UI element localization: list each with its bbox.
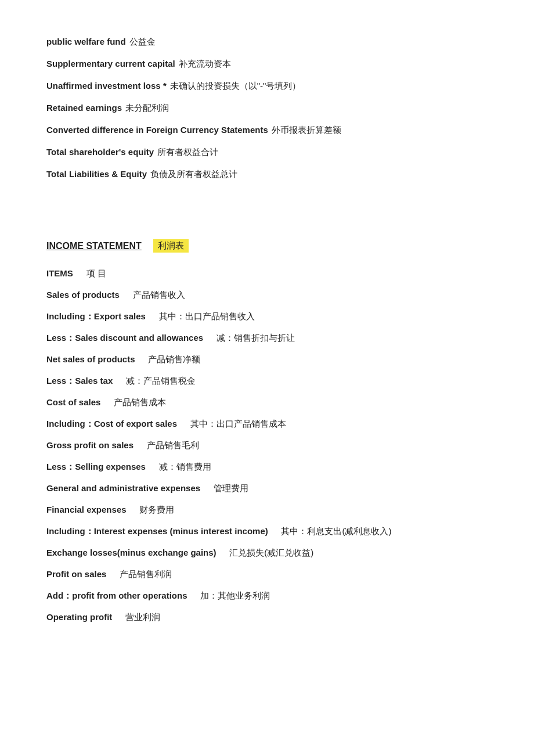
top-line-item: public welfare fund公益金 [46,35,488,49]
line-en: Retained earnings [46,103,122,113]
income-line-item: Exchange losses(minus exchange gains) 汇兑… [46,546,488,560]
line-en: Supplermentary current capital [46,59,175,69]
line-zh: 财务费用 [130,505,175,514]
line-en: General and administrative expenses [46,483,200,493]
line-zh: 产品销售收入 [123,290,185,300]
line-en: Converted difference in Foreign Currency… [46,125,268,135]
income-line-item: Sales of products 产品销售收入 [46,288,488,302]
income-line-item: ITEMS 项 目 [46,267,488,280]
line-en: Cost of sales [46,397,100,407]
line-zh: 产品销售利润 [110,569,172,579]
line-en: Including：Cost of export sales [46,419,177,429]
line-zh: 汇兑损失(减汇兑收益) [220,548,314,557]
line-zh: 未确认的投资损失（以"-"号填列） [170,81,301,91]
income-statement-header: INCOME STATEMENT 利润表 [46,239,189,253]
top-line-item: Supplermentary current capital补充流动资本 [46,57,488,71]
line-en: Including：Export sales [46,311,146,321]
line-zh: 补充流动资本 [179,59,231,69]
line-zh: 所有者权益合计 [157,147,218,157]
line-zh: 营业利润 [116,612,160,622]
line-en: Total shareholder's equity [46,147,154,157]
top-line-item: Retained earnings未分配利润 [46,101,488,115]
top-line-item: Total shareholder's equity所有者权益合计 [46,145,488,159]
income-line-item: Gross profit on sales 产品销售毛利 [46,438,488,452]
line-en: Net sales of products [46,354,135,364]
income-line-item: Cost of sales 产品销售成本 [46,395,488,409]
line-zh: 减：销售费用 [149,462,211,471]
line-zh: 减：产品销售税金 [116,376,196,386]
income-line-item: Less：Selling expenses 减：销售费用 [46,460,488,474]
top-line-item: Unaffirmed investment loss *未确认的投资损失（以"-… [46,79,488,93]
income-line-item: Less：Sales tax 减：产品销售税金 [46,374,488,388]
line-en: Profit on sales [46,569,106,579]
income-line-item: Net sales of products 产品销售净额 [46,352,488,366]
line-zh: 负债及所有者权益总计 [150,169,237,179]
line-en: ITEMS [46,268,73,278]
income-line-item: Profit on sales 产品销售利润 [46,567,488,581]
line-zh: 加：其他业务利润 [191,591,270,600]
line-zh: 其中：利息支出(减利息收入) [272,526,392,536]
line-zh: 减：销售折扣与折让 [207,333,295,343]
income-section: INCOME STATEMENT 利润表 ITEMS 项 目Sales of p… [46,204,488,624]
top-line-item: Total Liabilities & Equity负债及所有者权益总计 [46,167,488,181]
income-header-zh: 利润表 [153,239,189,253]
line-en: Gross profit on sales [46,440,134,450]
line-en: Total Liabilities & Equity [46,169,147,179]
line-zh: 其中：出口产品销售成本 [181,419,286,429]
line-zh: 未分配利润 [125,103,169,113]
income-line-item: General and administrative expenses 管理费用 [46,481,488,495]
line-zh: 产品销售净额 [139,354,201,364]
income-items: ITEMS 项 目Sales of products 产品销售收入Includi… [46,267,488,624]
line-en: Less：Sales discount and allowances [46,333,203,343]
income-line-item: Operating profit 营业利润 [46,610,488,624]
line-en: Add：profit from other operations [46,591,187,600]
income-line-item: Including：Export sales 其中：出口产品销售收入 [46,309,488,323]
line-en: Unaffirmed investment loss * [46,81,167,91]
line-zh: 其中：出口产品销售收入 [149,311,255,321]
line-en: Less：Sales tax [46,376,113,386]
income-line-item: Including：Cost of export sales 其中：出口产品销售… [46,417,488,431]
line-en: public welfare fund [46,37,126,46]
line-en: Less：Selling expenses [46,462,146,471]
income-line-item: Add：profit from other operations 加：其他业务利… [46,589,488,603]
line-en: Exchange losses(minus exchange gains) [46,548,217,557]
line-zh: 产品销售成本 [104,397,166,407]
line-zh: 产品销售毛利 [137,440,199,450]
line-zh: 外币报表折算差额 [272,125,341,135]
income-header-en: INCOME STATEMENT [46,241,142,251]
line-zh: 公益金 [129,37,156,46]
top-section: public welfare fund公益金Supplermentary cur… [46,35,488,181]
income-line-item: Financial expenses 财务费用 [46,503,488,517]
line-en: Sales of products [46,290,120,300]
income-line-item: Including：Interest expenses (minus inter… [46,524,488,538]
top-line-item: Converted difference in Foreign Currency… [46,123,488,137]
line-en: Operating profit [46,612,112,622]
line-en: Including：Interest expenses (minus inter… [46,526,268,536]
income-line-item: Less：Sales discount and allowances 减：销售折… [46,331,488,345]
line-en: Financial expenses [46,505,127,514]
line-zh: 管理费用 [204,483,248,493]
line-zh: 项 目 [77,268,106,278]
